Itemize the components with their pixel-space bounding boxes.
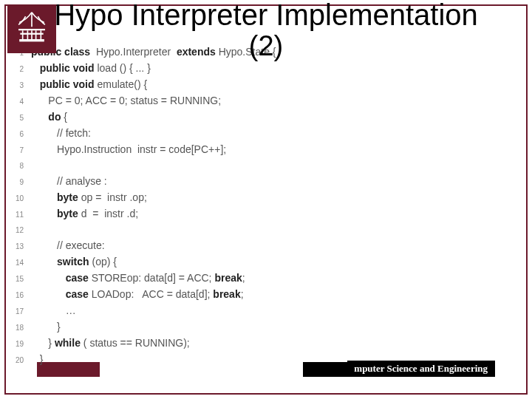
line-number: 7 xyxy=(7,143,31,158)
code-line: 18 } xyxy=(7,319,347,335)
code-line: 12 xyxy=(7,222,347,238)
code-content: PC = 0; ACC = 0; status = RUNNING; xyxy=(31,93,221,109)
university-logo xyxy=(7,4,56,53)
code-line: 4 PC = 0; ACC = 0; status = RUNNING; xyxy=(7,93,347,109)
code-content: public void load () { ... } xyxy=(31,61,151,76)
code-line: 19 } while ( status == RUNNING); xyxy=(7,335,347,352)
code-line: 7 Hypo.Instruction instr = code[PC++]; xyxy=(7,142,347,158)
code-line: 11 byte d = instr .d; xyxy=(7,206,347,222)
line-number: 4 xyxy=(7,94,31,109)
code-line: 6 // fetch: xyxy=(7,126,347,142)
code-line: 5 do { xyxy=(7,109,347,126)
code-content: byte d = instr .d; xyxy=(31,206,138,222)
line-number: 6 xyxy=(7,126,31,142)
code-line: 2 public void load () { ... } xyxy=(7,61,347,77)
line-number: 19 xyxy=(7,336,31,352)
code-content: Hypo.Instruction instr = code[PC++]; xyxy=(31,142,226,157)
code-line: 14 switch (op) { xyxy=(7,254,347,270)
code-line: 9 // analyse : xyxy=(7,174,347,190)
code-content: } while ( status == RUNNING); xyxy=(31,335,190,351)
line-number: 11 xyxy=(7,207,31,222)
code-content: do { xyxy=(31,109,67,125)
code-content: // fetch: xyxy=(31,126,91,141)
svg-rect-0 xyxy=(18,29,45,30)
code-content: public void emulate() { xyxy=(31,77,147,92)
line-number: 9 xyxy=(7,174,31,190)
line-number: 8 xyxy=(7,158,31,174)
line-number: 13 xyxy=(7,239,31,254)
code-content: switch (op) { xyxy=(31,254,117,270)
code-line: 15 case STOREop: data[d] = ACC; break; xyxy=(7,270,347,287)
code-listing: 1public class Hypo.Interpreter extends H… xyxy=(7,41,347,362)
code-content: } xyxy=(31,319,61,335)
svg-rect-2 xyxy=(19,39,44,41)
code-line: 17 … xyxy=(7,303,347,319)
code-content: case STOREop: data[d] = ACC; break; xyxy=(31,270,245,286)
code-content: // execute: xyxy=(31,238,105,253)
code-line: 3 public void emulate() { xyxy=(7,77,347,93)
line-number: 17 xyxy=(7,304,31,319)
line-number: 18 xyxy=(7,320,31,335)
code-content: } xyxy=(31,352,43,367)
code-content: … xyxy=(31,303,76,318)
code-content: case LOADop: ACC = data[d]; break; xyxy=(31,287,244,302)
line-number: 14 xyxy=(7,255,31,270)
line-number: 2 xyxy=(7,61,31,77)
line-number: 5 xyxy=(7,110,31,126)
code-content: byte op = instr .op; xyxy=(31,190,147,205)
code-line: 13 // execute: xyxy=(7,238,347,254)
code-line: 20 } xyxy=(7,352,347,368)
code-line: 16 case LOADop: ACC = data[d]; break; xyxy=(7,287,347,303)
line-number: 12 xyxy=(7,222,31,238)
line-number: 20 xyxy=(7,352,31,368)
footer-dept-text: mputer Science and Engineering xyxy=(354,363,488,375)
code-line: 8 xyxy=(7,158,347,174)
code-line: 10 byte op = instr .op; xyxy=(7,190,347,206)
line-number: 16 xyxy=(7,287,31,303)
line-number: 10 xyxy=(7,191,31,206)
line-number: 15 xyxy=(7,271,31,287)
line-number: 3 xyxy=(7,78,31,93)
slide-title: Hypo Interpreter Implementation (2) xyxy=(0,0,532,62)
code-content: // analyse : xyxy=(31,174,107,189)
title-line-2: (2) xyxy=(0,31,532,62)
title-line-1: Hypo Interpreter Implementation xyxy=(54,0,478,31)
